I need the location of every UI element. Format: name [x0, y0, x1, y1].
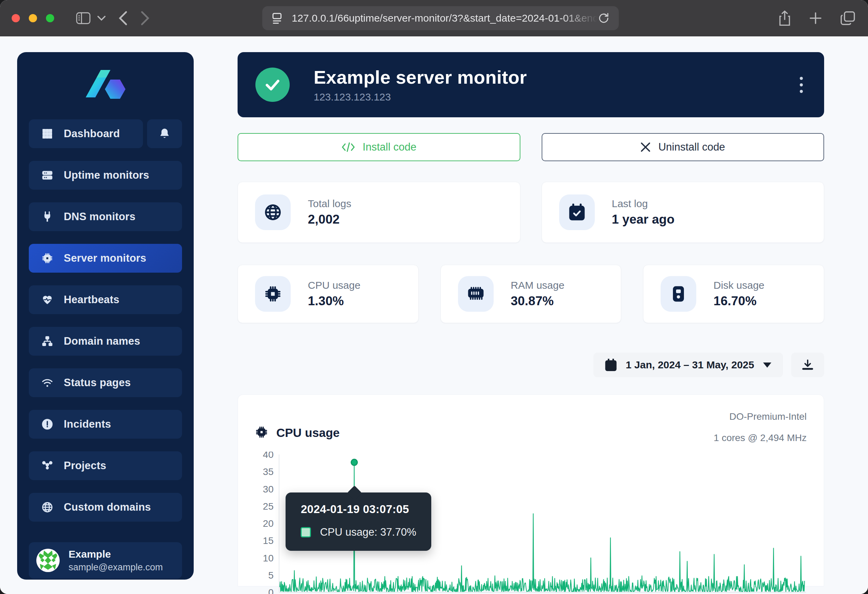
reload-icon[interactable]	[598, 11, 610, 25]
page-title: Example server monitor	[314, 66, 796, 88]
close-window-button[interactable]	[12, 14, 20, 22]
alert-circle-icon	[41, 418, 53, 430]
grid-icon	[41, 128, 53, 140]
sidebar-item-label: Dashboard	[64, 128, 120, 140]
svg-text:10: 10	[263, 553, 273, 563]
chart-tooltip: 2024-01-19 03:07:05 CPU usage: 37.70%	[286, 492, 431, 551]
sidebar-item-domain-names[interactable]: Domain names	[29, 327, 182, 356]
stat-card-total-logs: Total logs 2,002	[238, 182, 520, 243]
share-icon[interactable]	[778, 10, 791, 27]
sidebar-item-status-pages[interactable]: Status pages	[29, 368, 182, 397]
stat-label: Disk usage	[713, 279, 764, 291]
stat-label: Total logs	[308, 198, 351, 210]
svg-text:40: 40	[263, 452, 273, 460]
sidebar-item-label: DNS monitors	[64, 211, 136, 223]
stat-value: 2,002	[308, 212, 351, 227]
sidebar-item-uptime-monitors[interactable]: Uptime monitors	[29, 161, 182, 190]
svg-text:0: 0	[268, 587, 273, 594]
main-content: Example server monitor 123.123.123.123 I…	[238, 52, 824, 594]
user-card[interactable]: Example sample@example.com	[29, 542, 182, 579]
svg-text:35: 35	[263, 466, 273, 477]
stat-card-cpu-usage: CPU usage 1.30%	[238, 265, 419, 323]
chip-icon	[41, 253, 53, 264]
user-email: sample@example.com	[69, 562, 163, 573]
stat-value: 16.70%	[713, 294, 764, 308]
new-tab-icon[interactable]	[808, 11, 823, 25]
sidebar-item-label: Custom domains	[64, 501, 151, 513]
avatar	[36, 549, 60, 572]
sidebar-item-server-monitors[interactable]: Server monitors	[29, 244, 182, 273]
calendar-check-icon	[559, 195, 595, 230]
uninstall-code-button[interactable]: Uninstall code	[542, 133, 824, 161]
stat-label: RAM usage	[511, 279, 565, 291]
page-icon	[271, 10, 283, 26]
globe-icon	[41, 501, 53, 513]
date-range-picker[interactable]: 1 Jan, 2024 – 31 May, 2025	[593, 353, 783, 377]
sidebar-item-label: Server monitors	[64, 252, 146, 264]
svg-text:5: 5	[268, 570, 273, 581]
notifications-button[interactable]	[147, 119, 182, 148]
svg-text:15: 15	[263, 535, 273, 546]
cpu-usage-chart-card: CPU usage DO-Premium-Intel 1 cores @ 2,4…	[238, 395, 824, 587]
install-code-button[interactable]: Install code	[238, 133, 520, 161]
window-controls	[12, 14, 54, 22]
server-icon	[41, 169, 53, 181]
plug-icon	[41, 211, 53, 223]
sidebar-item-label: Heartbeats	[64, 294, 119, 306]
sidebar-item-dashboard[interactable]: Dashboard	[29, 119, 143, 148]
monitor-header-card: Example server monitor 123.123.123.123	[238, 52, 824, 117]
sidebar-item-label: Status pages	[64, 377, 131, 389]
chart-title: CPU usage	[276, 426, 340, 440]
sidebar-toggle-icon[interactable]	[76, 12, 90, 24]
sidebar-item-label: Uptime monitors	[64, 169, 149, 182]
chart-plot[interactable]: 0510152025303540160405040404050807080808…	[255, 452, 807, 594]
globe-icon	[255, 195, 291, 230]
user-name: Example	[69, 548, 163, 560]
sidebar-item-projects[interactable]: Projects	[29, 451, 182, 480]
back-icon[interactable]	[119, 10, 127, 26]
sidebar-item-incidents[interactable]: Incidents	[29, 410, 182, 439]
stat-value: 1.30%	[308, 294, 360, 308]
caret-down-icon	[763, 362, 771, 368]
wifi-icon	[41, 377, 53, 389]
stat-value: 1 year ago	[612, 212, 675, 227]
sidebar-item-label: Projects	[64, 460, 106, 472]
monitor-ip: 123.123.123.123	[314, 91, 796, 103]
stat-label: CPU usage	[308, 279, 360, 291]
sidebar-item-label: Domain names	[64, 335, 140, 347]
series-swatch	[301, 527, 311, 538]
cpu-icon	[255, 276, 291, 312]
app-logo[interactable]	[29, 52, 182, 119]
date-range-label: 1 Jan, 2024 – 31 May, 2025	[626, 359, 754, 371]
svg-text:30: 30	[263, 484, 273, 495]
url-text: 127.0.0.1/66uptime/server-monitor/3?&sta…	[292, 12, 598, 24]
server-specs: 1 cores @ 2,494 MHz	[714, 433, 807, 443]
tooltip-timestamp: 2024-01-19 03:07:05	[301, 503, 416, 516]
share-nodes-icon	[41, 460, 53, 471]
disk-icon	[661, 276, 696, 312]
memory-icon	[458, 276, 494, 312]
stat-value: 30.87%	[511, 294, 565, 308]
browser-toolbar: 127.0.0.1/66uptime/server-monitor/3?&sta…	[0, 0, 868, 36]
stat-card-last-log: Last log 1 year ago	[542, 182, 824, 243]
kebab-menu-icon[interactable]	[796, 73, 806, 96]
sidebar: Dashboard Uptime monitors DNS monitors S…	[17, 52, 194, 579]
zoom-window-button[interactable]	[46, 14, 54, 22]
chip-icon	[255, 426, 268, 440]
sidebar-item-custom-domains[interactable]: Custom domains	[29, 493, 182, 522]
sidebar-item-dns-monitors[interactable]: DNS monitors	[29, 202, 182, 231]
stat-card-disk-usage: Disk usage 16.70%	[643, 265, 824, 323]
browser-window: 127.0.0.1/66uptime/server-monitor/3?&sta…	[0, 0, 868, 594]
sidebar-item-label: Incidents	[64, 418, 111, 430]
address-bar[interactable]: 127.0.0.1/66uptime/server-monitor/3?&sta…	[262, 6, 619, 30]
tooltip-value: CPU usage: 37.70%	[320, 526, 416, 538]
status-check-icon	[255, 68, 290, 102]
screen: 127.0.0.1/66uptime/server-monitor/3?&sta…	[0, 0, 868, 594]
sidebar-item-heartbeats[interactable]: Heartbeats	[29, 285, 182, 314]
chevron-down-icon[interactable]	[97, 15, 106, 21]
svg-text:25: 25	[263, 501, 273, 512]
tab-overview-icon[interactable]	[840, 10, 856, 26]
stat-label: Last log	[612, 198, 675, 210]
minimize-window-button[interactable]	[29, 14, 37, 22]
download-icon[interactable]	[791, 353, 824, 377]
